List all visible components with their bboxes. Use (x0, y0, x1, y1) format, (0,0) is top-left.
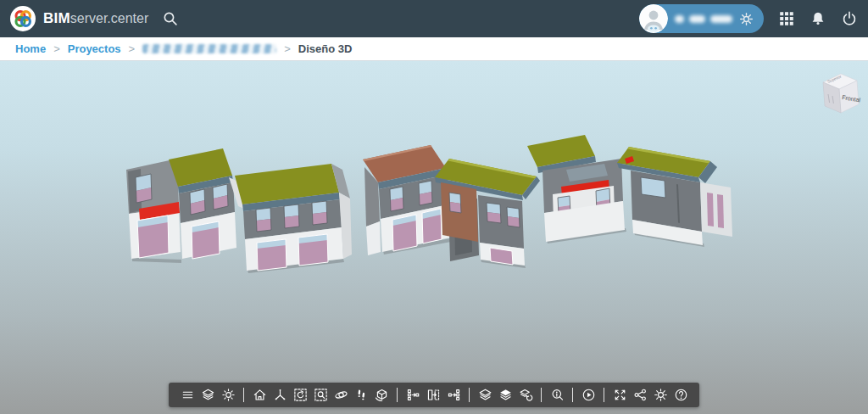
breadcrumb-home[interactable]: Home (15, 42, 46, 55)
brightness-icon[interactable] (220, 386, 236, 405)
share-icon[interactable] (632, 386, 648, 405)
layers-restore-icon[interactable] (517, 386, 534, 405)
viewer-toolbar (169, 383, 699, 407)
toolbar-separator (572, 388, 573, 402)
settings-icon[interactable] (652, 386, 669, 405)
toolbar-separator (469, 388, 470, 402)
bimserver-logo[interactable] (10, 6, 36, 31)
help-icon[interactable] (672, 386, 689, 405)
breadcrumb-diseño-3d: Diseño 3D (298, 42, 353, 55)
isometric-axes-icon[interactable] (271, 386, 288, 405)
viewer-3d-viewport[interactable]: Frontal Superior (0, 61, 868, 414)
layers-isolate-icon[interactable] (497, 386, 514, 405)
username-redacted (675, 15, 732, 23)
brand-bim: BIM (43, 10, 70, 26)
walk-icon[interactable] (353, 386, 370, 405)
apps-grid-icon[interactable] (778, 10, 795, 27)
menu-icon[interactable] (179, 386, 196, 405)
home-icon[interactable] (251, 386, 268, 405)
brand-wordmark[interactable]: BIMserver.center (43, 10, 148, 27)
floor-previous-icon[interactable] (404, 386, 421, 405)
model-3d-scene[interactable] (0, 61, 868, 414)
top-bar: BIMserver.center (0, 0, 868, 37)
toolbar-separator (604, 388, 604, 402)
search-icon[interactable] (162, 10, 179, 27)
house-pair-left[interactable] (126, 148, 352, 271)
rotate-selection-icon[interactable] (292, 386, 309, 405)
floor-plan-icon[interactable] (425, 386, 442, 405)
breadcrumb-separator: > (284, 42, 291, 55)
toolbar-separator (541, 388, 542, 402)
toolbar-separator (243, 388, 244, 402)
breadcrumb-separator: > (53, 42, 60, 55)
floor-next-icon[interactable] (445, 386, 462, 405)
toolbar-separator (397, 388, 398, 402)
breadcrumb: Home>Proyectos>>Diseño 3D (0, 37, 868, 61)
breadcrumb-separator: > (129, 42, 136, 55)
breadcrumb-proyectos[interactable]: Proyectos (68, 42, 121, 55)
inspect-icon[interactable] (548, 386, 565, 405)
avatar[interactable] (639, 4, 668, 33)
rotate-object-icon[interactable] (373, 386, 390, 405)
zoom-selection-icon[interactable] (312, 386, 329, 405)
house-pair-middle[interactable] (363, 145, 540, 266)
header-right-cluster (639, 4, 858, 33)
power-icon[interactable] (841, 10, 858, 27)
view-cube[interactable]: Frontal Superior (817, 68, 863, 117)
breadcrumb-project-name-redacted[interactable] (142, 44, 276, 53)
layers-visibility-icon[interactable] (476, 386, 493, 405)
notifications-bell-icon[interactable] (810, 10, 826, 27)
account-pill[interactable] (639, 4, 764, 33)
orbit-icon[interactable] (332, 386, 349, 405)
layers-icon[interactable] (199, 386, 216, 405)
house-pair-right[interactable] (527, 135, 732, 245)
fullscreen-icon[interactable] (611, 386, 628, 405)
account-settings-gear-icon[interactable] (739, 12, 754, 26)
play-icon[interactable] (580, 386, 597, 405)
brand-servercenter: server.center (70, 11, 148, 25)
